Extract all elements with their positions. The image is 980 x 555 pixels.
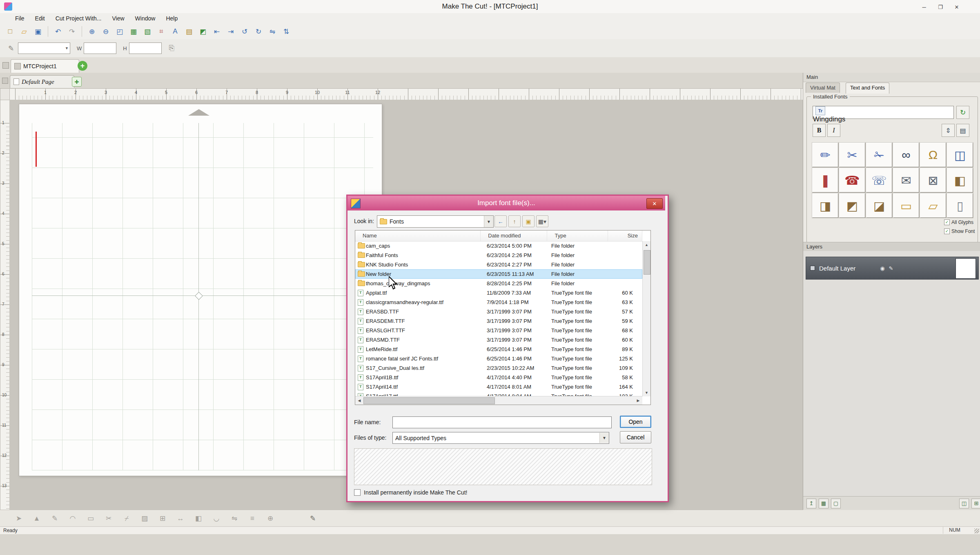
glyph-envelope[interactable]: ✉ <box>893 168 919 192</box>
cutting-mat[interactable] <box>19 104 382 476</box>
glyph-mailbox-flag-up[interactable]: ◨ <box>812 193 838 218</box>
redo-button[interactable]: ↷ <box>65 25 78 38</box>
pixel-trace-button[interactable]: ◩ <box>196 25 209 38</box>
virtual-mat-button[interactable]: ▦ <box>127 25 140 38</box>
bold-button[interactable]: B <box>813 124 826 137</box>
arrange-right-button[interactable]: ⇥ <box>224 25 237 38</box>
vertical-scrollbar[interactable]: ▲ ▼ <box>642 241 650 396</box>
arc-tool[interactable]: ◡ <box>210 512 223 525</box>
file-row[interactable]: Tromance fatal serif JC Fonts.ttf6/25/20… <box>355 354 642 363</box>
glyph-mailbox-open-flag-up[interactable]: ◩ <box>839 193 865 218</box>
refresh-fonts-button[interactable]: ↻ <box>956 106 969 119</box>
glyph-folder-open[interactable]: ▱ <box>920 193 946 218</box>
select-tool[interactable]: ➤ <box>12 512 25 525</box>
glyph-mailbox-flag-down[interactable]: ◧ <box>947 168 973 192</box>
glyph-open-book[interactable]: ◫ <box>947 143 973 167</box>
cancel-button[interactable]: Cancel <box>620 431 651 443</box>
file-row[interactable]: TS17_Cursive_Dual les.ttf2/23/2015 10:22… <box>355 363 642 373</box>
glyph-telephone-receiver[interactable]: ☏ <box>866 168 892 192</box>
measure-tool[interactable]: ⊞ <box>156 512 169 525</box>
page-view-button[interactable]: ▢ <box>831 499 841 508</box>
move-tool[interactable]: ↔ <box>174 512 187 525</box>
column-header-size[interactable]: Size <box>608 231 642 241</box>
layer-visibility-icon[interactable]: ◉ <box>880 265 884 271</box>
up-one-level-button[interactable]: ↑ <box>508 215 521 227</box>
glyph-bell[interactable]: Ω <box>920 143 946 167</box>
rotate-right-button[interactable]: ↻ <box>252 25 265 38</box>
node-edit-tool[interactable]: ▲ <box>30 512 43 525</box>
zoom-selection-button[interactable]: ◰ <box>113 25 126 38</box>
export-layer-button[interactable]: ↥ <box>806 499 816 508</box>
glyph-scissors-cutting[interactable]: ✁ <box>866 143 892 167</box>
chevron-down-icon[interactable]: ▼ <box>484 216 493 227</box>
restore-button[interactable]: ❐ <box>933 2 948 12</box>
install-permanently-checkbox[interactable]: Install permanently inside Make The Cut! <box>354 489 467 496</box>
horizontal-scrollbar[interactable]: ◀ ▶ <box>355 396 642 405</box>
align-tool[interactable]: ≡ <box>246 512 259 525</box>
save-project-button[interactable]: ▣ <box>31 25 45 38</box>
font-select[interactable]: Tr Wingdings ▼ <box>813 106 954 119</box>
column-header-name[interactable]: Name <box>355 231 481 241</box>
arrange-left-button[interactable]: ⇤ <box>210 25 223 38</box>
scrollbar-thumb[interactable] <box>644 250 650 275</box>
scroll-left-icon[interactable]: ◀ <box>355 396 363 404</box>
shape-library-button[interactable]: ▤ <box>183 25 196 38</box>
glyph-pencil[interactable]: ✏ <box>812 143 838 167</box>
grid-view-button[interactable]: ▦ <box>819 499 829 508</box>
look-in-select[interactable]: Fonts ▼ <box>377 215 494 228</box>
resize-grip[interactable] <box>974 528 979 533</box>
scroll-right-icon[interactable]: ▶ <box>634 396 642 404</box>
italic-button[interactable]: I <box>827 124 840 137</box>
file-row[interactable]: KNK Studio Fonts6/23/2014 2:27 PMFile fo… <box>355 260 642 269</box>
menu-window[interactable]: Window <box>130 13 161 24</box>
menu-help[interactable]: Help <box>160 13 183 24</box>
show-grid-button[interactable]: ▧ <box>141 25 154 38</box>
scrollbar-thumb[interactable] <box>363 397 495 404</box>
scroll-up-icon[interactable]: ▲ <box>643 241 650 248</box>
undo-button[interactable]: ↶ <box>51 25 65 38</box>
glyph-folder[interactable]: ▭ <box>893 193 919 218</box>
view-menu-button[interactable]: ▦▾ <box>536 215 548 227</box>
glyph-eyeglasses[interactable]: ∞ <box>893 143 919 167</box>
menu-file[interactable]: File <box>10 13 30 24</box>
layer-edit-icon[interactable]: ✎ <box>889 265 893 271</box>
add-project-button[interactable]: + <box>78 61 87 71</box>
width-field[interactable] <box>84 43 116 54</box>
checkbox[interactable] <box>354 489 361 496</box>
layer-row-default-layer[interactable]: Default Layer ◉ ✎ <box>806 257 979 280</box>
glyph-mailbox-open-flag-down[interactable]: ◪ <box>866 193 892 218</box>
text-options-button[interactable]: ▤ <box>956 124 969 137</box>
menu-view[interactable]: View <box>107 13 130 24</box>
shape-tool[interactable]: ▭ <box>84 512 97 525</box>
file-row[interactable]: TERASDEMI.TTF3/17/1999 3:07 PMTrueType f… <box>355 316 642 326</box>
new-project-button[interactable]: □ <box>4 25 17 38</box>
glyph-document[interactable]: ▯ <box>947 193 973 218</box>
fill-tool[interactable]: ◧ <box>192 512 205 525</box>
flip-vertical-button[interactable]: ⇅ <box>280 25 293 38</box>
weld-tool[interactable]: ⊕ <box>264 512 277 525</box>
menu-cut-project-with[interactable]: Cut Project With... <box>50 13 107 24</box>
bezier-tool[interactable]: ◠ <box>66 512 79 525</box>
zoom-out-button[interactable]: ⊖ <box>99 25 112 38</box>
scissors-tool[interactable]: ✂ <box>102 512 115 525</box>
file-row[interactable]: TLetMeRide.ttf6/25/2014 1:46 PMTrueType … <box>355 345 642 354</box>
file-row[interactable]: TERASBD.TTF3/17/1999 3:07 PMTrueType fon… <box>355 307 642 316</box>
rotate-left-button[interactable]: ↺ <box>238 25 251 38</box>
draw-tool[interactable]: ✎ <box>48 512 61 525</box>
tab-default-page[interactable]: Default Page <box>10 75 74 88</box>
edit-mode-icon[interactable]: ✎ <box>4 42 18 55</box>
eraser-tool[interactable]: ▨ <box>138 512 151 525</box>
tab-list-icon[interactable] <box>2 62 9 69</box>
preset-combo[interactable]: ▼ <box>18 43 70 54</box>
file-row[interactable]: Faithful Fonts6/23/2014 2:26 PMFile fold… <box>355 251 642 260</box>
column-header-type[interactable]: Type <box>547 231 608 241</box>
snap-button[interactable]: ⌗ <box>155 25 168 38</box>
file-row[interactable]: cam_caps6/23/2014 5:00 PMFile folder <box>355 241 642 251</box>
file-name-input[interactable] <box>392 416 612 428</box>
add-page-button[interactable]: ✚ <box>72 77 82 87</box>
menu-edit[interactable]: Edit <box>30 13 50 24</box>
scroll-down-icon[interactable]: ▼ <box>643 389 650 396</box>
close-button[interactable]: ✕ <box>949 2 964 12</box>
files-of-type-select[interactable]: All Supported Types ▼ <box>392 432 609 444</box>
file-row[interactable]: TS17April1B.ttf4/17/2014 4:40 PMTrueType… <box>355 373 642 382</box>
